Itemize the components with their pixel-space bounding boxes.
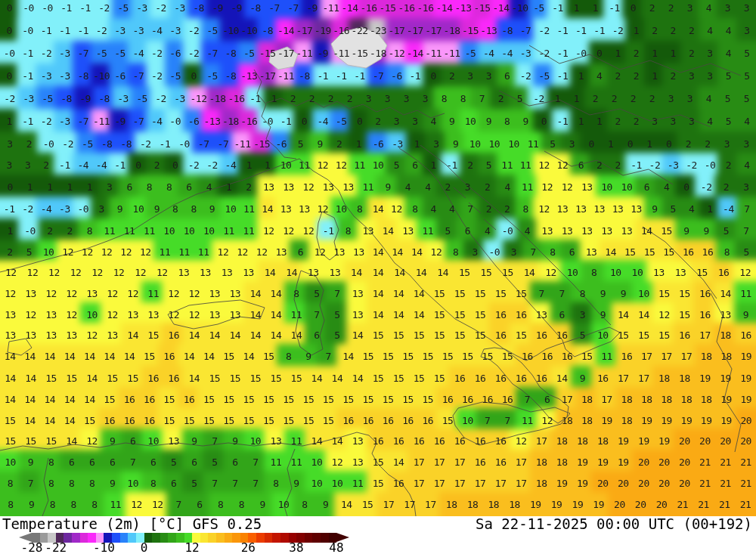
temp-value: -2 xyxy=(151,48,163,58)
temp-value: 19 xyxy=(601,416,612,426)
temp-value: 17 xyxy=(414,457,425,467)
temp-value: 8 xyxy=(345,226,351,236)
temp-value: 16 xyxy=(414,436,425,446)
temp-value: -17 xyxy=(296,26,312,36)
temp-value: 15 xyxy=(45,436,57,446)
temp-value: 5 xyxy=(445,226,450,236)
temp-value: -5 xyxy=(206,26,218,36)
temp-value: 13 xyxy=(362,226,373,236)
temp-value: 9 xyxy=(486,116,491,126)
colorbar-tick-label: 48 xyxy=(329,542,343,554)
colorbar-segment xyxy=(168,533,176,543)
temp-value: 14 xyxy=(249,330,261,340)
temp-value: -11 xyxy=(444,48,460,58)
temp-value: 3 xyxy=(98,204,104,214)
temp-value: 17 xyxy=(454,478,466,488)
temp-value: 19 xyxy=(593,500,604,509)
temp-value: 15 xyxy=(393,373,404,383)
temp-value: 2 xyxy=(649,94,655,104)
temp-value: 14 xyxy=(84,351,95,361)
temp-value: 18 xyxy=(467,500,479,509)
temp-value: -4 xyxy=(151,26,163,36)
temp-value: 14 xyxy=(104,351,115,361)
temp-value: 15 xyxy=(434,289,445,299)
temp-value: -14 xyxy=(493,3,510,13)
temp-value: -23 xyxy=(370,26,386,36)
temp-value: 2 xyxy=(336,139,342,149)
temp-value: 0 xyxy=(666,139,671,149)
temp-value: 13 xyxy=(675,268,686,277)
temp-value: 16 xyxy=(475,457,486,467)
temp-value: 3 xyxy=(707,48,712,58)
temp-value: 1 xyxy=(414,139,420,149)
temp-value: 2 xyxy=(705,139,710,149)
temp-value: 11 xyxy=(124,226,135,236)
temp-value: -1 xyxy=(249,94,261,104)
temp-value: 14 xyxy=(44,351,55,361)
temp-value: 14 xyxy=(86,373,98,383)
temp-value: 15 xyxy=(66,373,77,383)
temp-value: 11 xyxy=(178,247,190,257)
temp-value: 10 xyxy=(373,160,384,170)
temp-value: 14 xyxy=(414,289,425,299)
temp-value: 5 xyxy=(486,160,491,170)
temp-value: 4 xyxy=(405,182,411,192)
temp-value: 12 xyxy=(107,289,118,299)
temp-value: 1 xyxy=(87,182,92,192)
temp-value: 19 xyxy=(577,457,588,467)
temp-value: 15 xyxy=(459,268,470,277)
temp-value: 0 xyxy=(135,160,141,170)
temp-value: -10 xyxy=(512,3,528,13)
temp-value: 18 xyxy=(556,457,568,467)
temp-value: -8 xyxy=(60,94,72,104)
temp-value: 16 xyxy=(502,395,513,404)
temp-value: 2 xyxy=(634,116,639,126)
temp-value: 2 xyxy=(47,226,52,236)
temp-value: 18 xyxy=(701,395,712,404)
temp-value: 13 xyxy=(178,268,190,277)
temp-value: -9 xyxy=(231,3,242,13)
temp-value: 15 xyxy=(658,330,670,340)
temp-value: -0 xyxy=(77,204,88,214)
temp-value: 4 xyxy=(596,71,602,81)
temp-value: 4 xyxy=(706,94,711,104)
temp-value: 12 xyxy=(120,247,132,257)
colorbar-segment xyxy=(265,533,273,543)
temp-value: 2 xyxy=(689,48,694,58)
temp-value: 3 xyxy=(366,94,371,104)
temp-value: 12 xyxy=(317,204,328,214)
temp-value: 15 xyxy=(283,395,294,404)
temp-value: 15 xyxy=(203,395,215,404)
temp-value: 14 xyxy=(524,268,535,277)
temp-value: -7 xyxy=(520,26,531,36)
temp-value: 16 xyxy=(168,373,179,383)
temp-value: 14 xyxy=(341,500,352,509)
temp-value: 4 xyxy=(689,204,694,214)
temp-value: -1 xyxy=(609,3,620,13)
temp-value: 15 xyxy=(434,330,445,340)
temp-value: 17 xyxy=(414,478,425,488)
temp-value: 15 xyxy=(661,226,672,236)
temp-value: -11 xyxy=(333,48,349,58)
temp-value: 15 xyxy=(5,436,16,446)
temp-value: 12 xyxy=(91,268,103,277)
temp-value: 14 xyxy=(229,330,240,340)
temp-value: 13 xyxy=(299,204,310,214)
temp-value: 15 xyxy=(482,351,493,361)
temp-value: 15 xyxy=(45,373,57,383)
temp-value: 18 xyxy=(641,395,652,404)
colorbar-segment xyxy=(128,533,136,543)
temp-value: 14 xyxy=(411,247,423,257)
temp-value: 15 xyxy=(84,416,95,426)
temp-value: 14 xyxy=(393,310,404,320)
temp-value: 11 xyxy=(198,247,209,257)
temp-value: 10 xyxy=(43,247,54,257)
temp-value: 7 xyxy=(744,204,749,214)
temp-value: 15 xyxy=(658,289,670,299)
temp-value: 12 xyxy=(168,289,179,299)
temp-value: -1 xyxy=(114,160,125,170)
temp-value: 13 xyxy=(323,182,334,192)
temp-value: 7 xyxy=(212,478,217,488)
temp-value: 15 xyxy=(679,310,690,320)
temp-value: -11 xyxy=(323,3,339,13)
